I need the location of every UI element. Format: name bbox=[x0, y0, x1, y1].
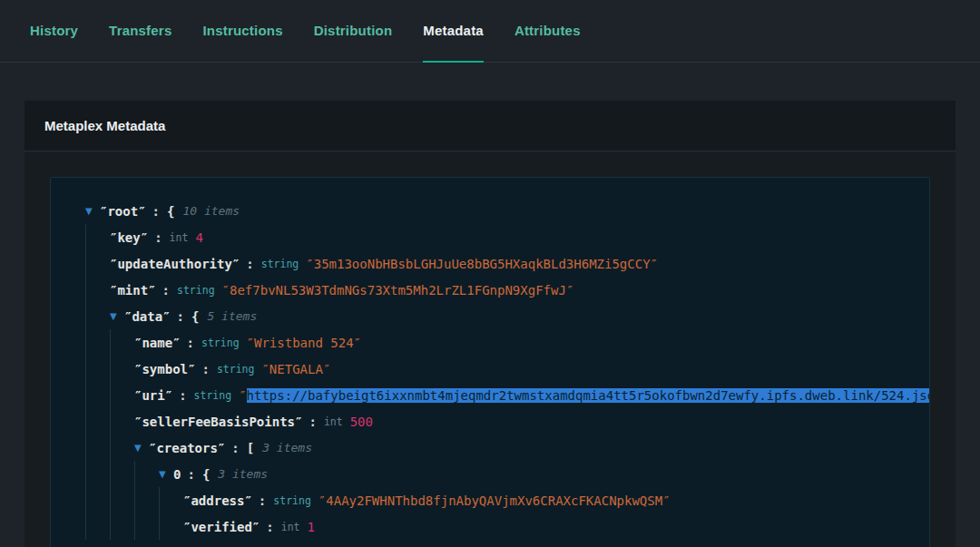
open-quote: ″ bbox=[247, 336, 254, 350]
tab-history[interactable]: History bbox=[30, 0, 78, 63]
indent-guide bbox=[110, 329, 134, 356]
collapse-arrow-icon[interactable]: ▼ bbox=[134, 443, 149, 453]
json-type-label: int bbox=[281, 521, 300, 533]
collapse-arrow-icon[interactable]: ▼ bbox=[110, 311, 124, 321]
indent-guide bbox=[110, 408, 134, 435]
json-string-value: ″8ef7bvNL53W3TdmNGs73Xtm5Mh2LrZL1FGnpN9X… bbox=[222, 283, 574, 298]
json-open-bracket: { bbox=[191, 309, 199, 324]
open-quote: ″ bbox=[222, 283, 230, 298]
json-row: ▼0:{3 items bbox=[67, 461, 913, 487]
json-row: ″name″:string″Wristband 524″ bbox=[67, 329, 913, 356]
json-row: ▼″root″:{10 items bbox=[67, 198, 913, 224]
json-open-bracket: { bbox=[167, 204, 174, 219]
tab-metadata[interactable]: Metadata bbox=[423, 0, 484, 63]
json-key: ″data″ bbox=[124, 309, 171, 324]
json-colon: : bbox=[187, 467, 194, 482]
card-title: Metaplex Metadata bbox=[44, 118, 165, 133]
json-type-label: string bbox=[194, 389, 232, 402]
string-value-text: NETGALA bbox=[270, 362, 323, 376]
json-colon: : bbox=[152, 204, 160, 219]
json-row: ″uri″:string″https://bafybeigt6ixxnmbt4m… bbox=[67, 382, 913, 408]
close-quote: ″ bbox=[662, 493, 670, 508]
metadata-card: Metaplex Metadata ▼″root″:{10 items″key″… bbox=[24, 101, 956, 547]
close-quote: ″ bbox=[323, 362, 330, 376]
indent-guide bbox=[110, 513, 134, 540]
json-int-value: 1 bbox=[308, 520, 315, 534]
indent-guide bbox=[85, 461, 110, 487]
indent-guide bbox=[85, 487, 110, 513]
indent-guide bbox=[85, 224, 110, 250]
json-type-label: string bbox=[273, 494, 311, 507]
json-row: ″mint″:string″8ef7bvNL53W3TdmNGs73Xtm5Mh… bbox=[67, 277, 913, 303]
indent-guide bbox=[110, 356, 134, 382]
open-quote: ″ bbox=[239, 388, 246, 403]
json-colon: : bbox=[246, 257, 253, 271]
json-colon: : bbox=[259, 493, 266, 508]
json-row: ″verified″:int1 bbox=[67, 513, 913, 540]
json-type-label: string bbox=[217, 363, 255, 376]
indent-guide bbox=[85, 277, 110, 303]
json-string-value: ″Wristband 524″ bbox=[247, 336, 361, 350]
json-key: ″mint″ bbox=[110, 283, 156, 298]
tab-attributes[interactable]: Attributes bbox=[514, 0, 581, 63]
string-value-text: 35m13ooNbHBsbLGHJuUe8bBG5HXaqkBLd3H6MZi5… bbox=[314, 257, 651, 271]
indent-guide bbox=[85, 513, 110, 540]
json-string-value[interactable]: ″https://bafybeigt6ixxnmbt4mjeqmdr2twmst… bbox=[239, 388, 930, 403]
json-colon: : bbox=[177, 309, 184, 324]
collapse-arrow-icon[interactable]: ▼ bbox=[159, 469, 173, 479]
json-row: ″address″:string″4AAy2FWHNThbd8fjnAbyQAV… bbox=[67, 487, 913, 513]
string-value-text: 8ef7bvNL53W3TdmNGs73Xtm5Mh2LrZL1FGnpN9Xg… bbox=[230, 283, 566, 298]
open-quote: ″ bbox=[306, 257, 313, 271]
json-type-label: string bbox=[201, 337, 240, 349]
json-colon: : bbox=[187, 336, 194, 350]
close-quote: ″ bbox=[651, 257, 658, 271]
tab-transfers[interactable]: Transfers bbox=[109, 0, 172, 63]
indent-guide bbox=[85, 250, 110, 277]
json-colon: : bbox=[309, 415, 316, 429]
string-value-text[interactable]: https://bafybeigt6ixxnmbt4mjeqmdr2twmstx… bbox=[247, 388, 930, 403]
json-colon: : bbox=[179, 388, 186, 403]
json-row: ▼″data″:{5 items bbox=[67, 303, 913, 329]
json-string-value: ″4AAy2FWHNThbd8fjnAbyQAVjmXv6CRAXcFKACNp… bbox=[318, 493, 671, 508]
indent-guide bbox=[85, 408, 110, 435]
json-string-value: ″35m13ooNbHBsbLGHJuUe8bBG5HXaqkBLd3H6MZi… bbox=[306, 257, 658, 271]
tab-distribution[interactable]: Distribution bbox=[314, 0, 393, 63]
json-int-value: 500 bbox=[350, 415, 373, 429]
indent-guide bbox=[85, 356, 110, 382]
json-open-bracket: { bbox=[202, 467, 210, 482]
json-row: ▼″creators″:[3 items bbox=[67, 435, 913, 461]
json-tree: ▼″root″:{10 items″key″:int4″updateAuthor… bbox=[67, 198, 913, 540]
json-int-value: 4 bbox=[195, 230, 202, 245]
indent-guide bbox=[110, 382, 134, 408]
card-header: Metaplex Metadata bbox=[24, 101, 956, 151]
json-row: ″key″:int4 bbox=[67, 224, 913, 250]
tab-instructions[interactable]: Instructions bbox=[202, 0, 282, 63]
string-value-text: 4AAy2FWHNThbd8fjnAbyQAVjmXv6CRAXcFKACNpk… bbox=[326, 493, 662, 508]
json-type-label: string bbox=[177, 284, 215, 297]
card-body: ▼″root″:{10 items″key″:int4″updateAuthor… bbox=[24, 151, 956, 547]
string-value-text: Wristband 524 bbox=[254, 336, 354, 350]
json-colon: : bbox=[154, 230, 162, 245]
indent-guide bbox=[85, 435, 110, 461]
json-items-count: 3 items bbox=[218, 467, 268, 481]
json-key: ″creators″ bbox=[149, 441, 225, 455]
json-key: ″address″ bbox=[183, 493, 252, 508]
json-colon: : bbox=[231, 441, 239, 455]
indent-guide bbox=[85, 329, 110, 356]
json-row: ″symbol″:string″NETGALA″ bbox=[67, 356, 913, 382]
indent-guide bbox=[85, 382, 110, 408]
indent-guide bbox=[110, 487, 134, 513]
collapse-arrow-icon[interactable]: ▼ bbox=[85, 206, 100, 216]
json-string-value: ″NETGALA″ bbox=[261, 362, 330, 376]
json-viewer-panel[interactable]: ▼″root″:{10 items″key″:int4″updateAuthor… bbox=[50, 177, 930, 547]
indent-guide bbox=[110, 435, 134, 461]
json-open-bracket: [ bbox=[247, 441, 254, 455]
json-type-label: string bbox=[261, 258, 299, 270]
json-row: ″sellerFeeBasisPoints″:int500 bbox=[67, 408, 913, 435]
open-quote: ″ bbox=[261, 362, 269, 376]
json-key: ″sellerFeeBasisPoints″ bbox=[134, 415, 302, 429]
indent-guide bbox=[134, 487, 159, 513]
json-key: ″key″ bbox=[110, 230, 148, 245]
json-key: ″uri″ bbox=[134, 388, 172, 403]
close-quote: ″ bbox=[566, 283, 573, 298]
